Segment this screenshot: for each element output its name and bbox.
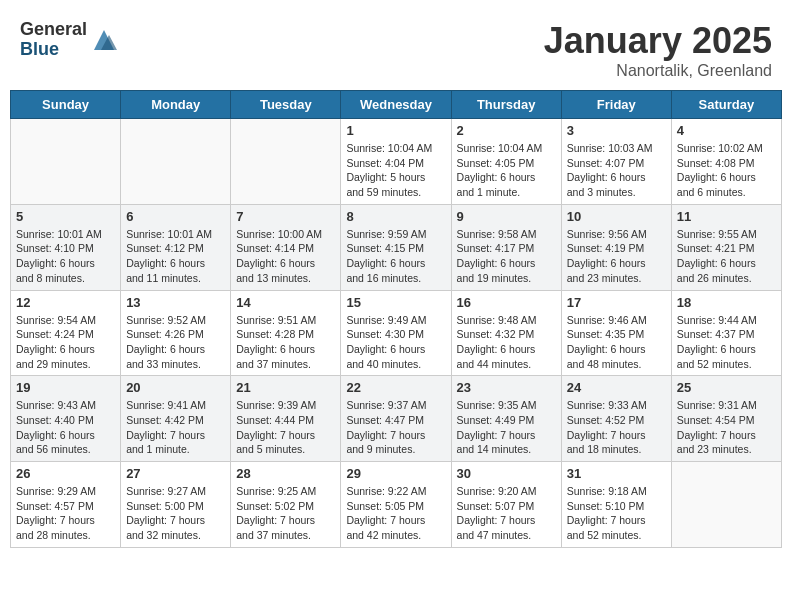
day-number: 20 [126,380,225,395]
month-title: January 2025 [544,20,772,62]
day-info: Sunrise: 9:25 AM Sunset: 5:02 PM Dayligh… [236,484,335,543]
day-number: 15 [346,295,445,310]
calendar-day-cell: 19Sunrise: 9:43 AM Sunset: 4:40 PM Dayli… [11,376,121,462]
day-info: Sunrise: 9:18 AM Sunset: 5:10 PM Dayligh… [567,484,666,543]
day-info: Sunrise: 10:00 AM Sunset: 4:14 PM Daylig… [236,227,335,286]
weekday-header: Saturday [671,91,781,119]
weekday-header: Monday [121,91,231,119]
day-info: Sunrise: 9:58 AM Sunset: 4:17 PM Dayligh… [457,227,556,286]
calendar-day-cell: 8Sunrise: 9:59 AM Sunset: 4:15 PM Daylig… [341,204,451,290]
calendar-day-cell: 24Sunrise: 9:33 AM Sunset: 4:52 PM Dayli… [561,376,671,462]
calendar-week-row: 19Sunrise: 9:43 AM Sunset: 4:40 PM Dayli… [11,376,782,462]
calendar-day-cell: 7Sunrise: 10:00 AM Sunset: 4:14 PM Dayli… [231,204,341,290]
day-info: Sunrise: 10:01 AM Sunset: 4:10 PM Daylig… [16,227,115,286]
weekday-header: Sunday [11,91,121,119]
calendar-day-cell: 23Sunrise: 9:35 AM Sunset: 4:49 PM Dayli… [451,376,561,462]
day-number: 13 [126,295,225,310]
calendar-day-cell: 21Sunrise: 9:39 AM Sunset: 4:44 PM Dayli… [231,376,341,462]
calendar-day-cell: 26Sunrise: 9:29 AM Sunset: 4:57 PM Dayli… [11,462,121,548]
calendar-day-cell: 28Sunrise: 9:25 AM Sunset: 5:02 PM Dayli… [231,462,341,548]
day-info: Sunrise: 10:04 AM Sunset: 4:04 PM Daylig… [346,141,445,200]
day-info: Sunrise: 9:59 AM Sunset: 4:15 PM Dayligh… [346,227,445,286]
day-number: 14 [236,295,335,310]
calendar-day-cell: 27Sunrise: 9:27 AM Sunset: 5:00 PM Dayli… [121,462,231,548]
day-number: 19 [16,380,115,395]
logo-blue: Blue [20,40,87,60]
calendar-table: SundayMondayTuesdayWednesdayThursdayFrid… [10,90,782,548]
day-info: Sunrise: 9:37 AM Sunset: 4:47 PM Dayligh… [346,398,445,457]
day-number: 5 [16,209,115,224]
calendar-day-cell: 15Sunrise: 9:49 AM Sunset: 4:30 PM Dayli… [341,290,451,376]
calendar-day-cell: 12Sunrise: 9:54 AM Sunset: 4:24 PM Dayli… [11,290,121,376]
day-number: 18 [677,295,776,310]
calendar-day-cell: 2Sunrise: 10:04 AM Sunset: 4:05 PM Dayli… [451,119,561,205]
calendar-day-cell [671,462,781,548]
day-number: 27 [126,466,225,481]
day-info: Sunrise: 9:55 AM Sunset: 4:21 PM Dayligh… [677,227,776,286]
calendar-day-cell: 10Sunrise: 9:56 AM Sunset: 4:19 PM Dayli… [561,204,671,290]
logo-icon [89,25,119,55]
logo: General Blue [20,20,119,60]
calendar-day-cell: 22Sunrise: 9:37 AM Sunset: 4:47 PM Dayli… [341,376,451,462]
weekday-header: Thursday [451,91,561,119]
day-info: Sunrise: 10:03 AM Sunset: 4:07 PM Daylig… [567,141,666,200]
day-info: Sunrise: 9:35 AM Sunset: 4:49 PM Dayligh… [457,398,556,457]
day-info: Sunrise: 9:33 AM Sunset: 4:52 PM Dayligh… [567,398,666,457]
day-number: 22 [346,380,445,395]
day-info: Sunrise: 9:49 AM Sunset: 4:30 PM Dayligh… [346,313,445,372]
day-number: 2 [457,123,556,138]
day-number: 8 [346,209,445,224]
calendar-day-cell: 14Sunrise: 9:51 AM Sunset: 4:28 PM Dayli… [231,290,341,376]
day-info: Sunrise: 9:51 AM Sunset: 4:28 PM Dayligh… [236,313,335,372]
day-number: 4 [677,123,776,138]
calendar-week-row: 1Sunrise: 10:04 AM Sunset: 4:04 PM Dayli… [11,119,782,205]
weekday-header: Tuesday [231,91,341,119]
calendar-day-cell: 25Sunrise: 9:31 AM Sunset: 4:54 PM Dayli… [671,376,781,462]
calendar-day-cell: 31Sunrise: 9:18 AM Sunset: 5:10 PM Dayli… [561,462,671,548]
day-number: 7 [236,209,335,224]
day-info: Sunrise: 10:02 AM Sunset: 4:08 PM Daylig… [677,141,776,200]
day-number: 16 [457,295,556,310]
day-info: Sunrise: 9:39 AM Sunset: 4:44 PM Dayligh… [236,398,335,457]
weekday-header: Wednesday [341,91,451,119]
day-number: 21 [236,380,335,395]
day-info: Sunrise: 9:54 AM Sunset: 4:24 PM Dayligh… [16,313,115,372]
day-info: Sunrise: 9:27 AM Sunset: 5:00 PM Dayligh… [126,484,225,543]
calendar-day-cell: 9Sunrise: 9:58 AM Sunset: 4:17 PM Daylig… [451,204,561,290]
calendar-day-cell: 29Sunrise: 9:22 AM Sunset: 5:05 PM Dayli… [341,462,451,548]
calendar-day-cell: 11Sunrise: 9:55 AM Sunset: 4:21 PM Dayli… [671,204,781,290]
day-info: Sunrise: 9:29 AM Sunset: 4:57 PM Dayligh… [16,484,115,543]
day-info: Sunrise: 9:22 AM Sunset: 5:05 PM Dayligh… [346,484,445,543]
page-header: General Blue January 2025 Nanortalik, Gr… [10,10,782,85]
day-number: 23 [457,380,556,395]
weekday-header: Friday [561,91,671,119]
day-info: Sunrise: 9:46 AM Sunset: 4:35 PM Dayligh… [567,313,666,372]
calendar-day-cell: 16Sunrise: 9:48 AM Sunset: 4:32 PM Dayli… [451,290,561,376]
day-number: 17 [567,295,666,310]
day-number: 25 [677,380,776,395]
day-number: 24 [567,380,666,395]
weekday-header-row: SundayMondayTuesdayWednesdayThursdayFrid… [11,91,782,119]
day-number: 12 [16,295,115,310]
calendar-day-cell: 13Sunrise: 9:52 AM Sunset: 4:26 PM Dayli… [121,290,231,376]
day-number: 30 [457,466,556,481]
day-number: 28 [236,466,335,481]
day-info: Sunrise: 10:01 AM Sunset: 4:12 PM Daylig… [126,227,225,286]
calendar-week-row: 5Sunrise: 10:01 AM Sunset: 4:10 PM Dayli… [11,204,782,290]
day-info: Sunrise: 9:43 AM Sunset: 4:40 PM Dayligh… [16,398,115,457]
day-info: Sunrise: 9:31 AM Sunset: 4:54 PM Dayligh… [677,398,776,457]
day-number: 9 [457,209,556,224]
calendar-day-cell: 5Sunrise: 10:01 AM Sunset: 4:10 PM Dayli… [11,204,121,290]
calendar-day-cell: 6Sunrise: 10:01 AM Sunset: 4:12 PM Dayli… [121,204,231,290]
day-number: 31 [567,466,666,481]
calendar-day-cell: 20Sunrise: 9:41 AM Sunset: 4:42 PM Dayli… [121,376,231,462]
day-number: 1 [346,123,445,138]
title-block: January 2025 Nanortalik, Greenland [544,20,772,80]
calendar-day-cell: 4Sunrise: 10:02 AM Sunset: 4:08 PM Dayli… [671,119,781,205]
calendar-day-cell: 18Sunrise: 9:44 AM Sunset: 4:37 PM Dayli… [671,290,781,376]
day-info: Sunrise: 9:41 AM Sunset: 4:42 PM Dayligh… [126,398,225,457]
day-info: Sunrise: 9:20 AM Sunset: 5:07 PM Dayligh… [457,484,556,543]
logo-general: General [20,20,87,40]
calendar-week-row: 26Sunrise: 9:29 AM Sunset: 4:57 PM Dayli… [11,462,782,548]
calendar-day-cell [11,119,121,205]
